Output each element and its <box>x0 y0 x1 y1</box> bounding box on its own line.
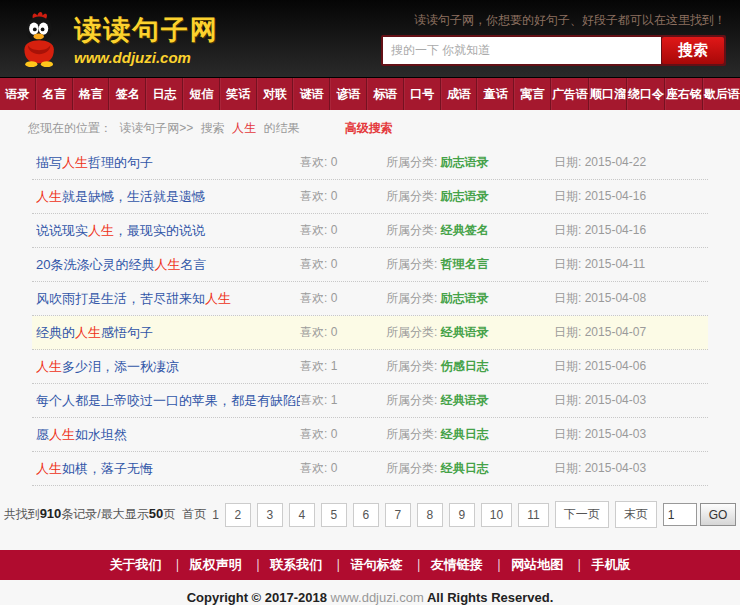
likes-count: 喜欢: 0 <box>300 426 386 443</box>
nav-item-yulu[interactable]: 语录 <box>0 78 36 110</box>
category-link[interactable]: 励志语录 <box>441 155 489 169</box>
category-link[interactable]: 哲理名言 <box>441 257 489 271</box>
page-button-6[interactable]: 6 <box>353 503 379 527</box>
site-url: www.ddjuzi.com <box>74 49 219 66</box>
pagination-last[interactable]: 末页 <box>615 501 657 528</box>
category-cell: 所属分类: 经典语录 <box>386 392 554 409</box>
page-button-2[interactable]: 2 <box>225 503 251 527</box>
footer-link-mobile[interactable]: 手机版 <box>567 557 631 572</box>
page-button-9[interactable]: 9 <box>449 503 475 527</box>
nav-item-yuyan[interactable]: 寓言 <box>514 78 551 110</box>
result-row-highlighted: 经典的人生感悟句子 喜欢: 0 所属分类: 经典语录 日期: 2015-04-0… <box>32 316 708 350</box>
category-cell: 所属分类: 经典日志 <box>386 426 554 443</box>
nav-item-biaoyu[interactable]: 标语 <box>367 78 404 110</box>
result-title-link[interactable]: 人生多少泪，添一秋凄凉 <box>36 358 300 376</box>
copyright-line: Copyright © 2017-2018 www.ddjuzi.com All… <box>0 580 740 605</box>
footer-link-tags[interactable]: 语句标签 <box>326 557 403 572</box>
category-link[interactable]: 伤感日志 <box>441 359 489 373</box>
category-link[interactable]: 经典语录 <box>441 393 489 407</box>
site-tagline: 读读句子网，你想要的好句子、好段子都可以在这里找到！ <box>414 12 726 29</box>
pagination: 共找到910条记录/最大显示50页 首页 1 2 3 4 5 6 7 8 9 1… <box>0 486 740 544</box>
breadcrumb-action: 搜索 <box>201 121 225 135</box>
result-title-link[interactable]: 人生就是缺憾，生活就是遗憾 <box>36 188 300 206</box>
category-cell: 所属分类: 经典签名 <box>386 222 554 239</box>
nav-item-geyan[interactable]: 格言 <box>73 78 110 110</box>
nav-item-duanxin[interactable]: 短信 <box>183 78 220 110</box>
footer-link-contact[interactable]: 联系我们 <box>245 557 322 572</box>
page-button-11[interactable]: 11 <box>518 503 548 527</box>
main-nav: 语录 名言 格言 签名 日志 短信 笑话 对联 谜语 谚语 标语 口号 成语 童… <box>0 78 740 110</box>
title-text: 名言 <box>180 257 206 272</box>
header-right: 读读句子网，你想要的好句子、好段子都可以在这里找到！ 搜索 <box>381 12 726 66</box>
nav-item-mingyan[interactable]: 名言 <box>36 78 73 110</box>
nav-item-kouhao[interactable]: 口号 <box>404 78 441 110</box>
nav-item-xiaohua[interactable]: 笑话 <box>220 78 257 110</box>
nav-item-zuoyouming[interactable]: 座右铭 <box>665 78 703 110</box>
category-link[interactable]: 励志语录 <box>441 291 489 305</box>
breadcrumb-site-link[interactable]: 读读句子网>> <box>119 121 193 135</box>
footer-link-friends[interactable]: 友情链接 <box>406 557 483 572</box>
goto-page-input[interactable] <box>663 503 697 526</box>
footer-link-copyright[interactable]: 版权声明 <box>165 557 242 572</box>
nav-item-guanggaoyu[interactable]: 广告语 <box>551 78 589 110</box>
page-button-8[interactable]: 8 <box>417 503 443 527</box>
breadcrumb-keyword: 人生 <box>232 121 256 135</box>
category-link[interactable]: 经典日志 <box>441 461 489 475</box>
result-title-link[interactable]: 愿人生如水坦然 <box>36 426 300 444</box>
footer-link-about[interactable]: 关于我们 <box>109 557 161 572</box>
search-input[interactable] <box>383 37 661 64</box>
breadcrumb-prefix: 您现在的位置： <box>28 121 112 135</box>
page-button-4[interactable]: 4 <box>289 503 315 527</box>
result-title-link[interactable]: 描写人生哲理的句子 <box>36 154 300 172</box>
page-button-10[interactable]: 10 <box>481 503 512 527</box>
result-title-link[interactable]: 经典的人生感悟句子 <box>36 324 300 342</box>
likes-count: 喜欢: 0 <box>300 154 386 171</box>
result-title-link[interactable]: 说说现实人生，最现实的说说 <box>36 222 300 240</box>
likes-count: 喜欢: 0 <box>300 324 386 341</box>
category-cell: 所属分类: 励志语录 <box>386 154 554 171</box>
goto-page-button[interactable]: GO <box>700 503 737 526</box>
nav-item-miyu[interactable]: 谜语 <box>293 78 330 110</box>
date-value: 日期: 2015-04-03 <box>554 426 704 443</box>
page-button-7[interactable]: 7 <box>385 503 411 527</box>
category-link[interactable]: 经典签名 <box>441 223 489 237</box>
pagination-first[interactable]: 首页 <box>182 506 206 523</box>
title-text: 风吹雨打是生活，苦尽甜来知 <box>36 291 205 306</box>
result-title-link[interactable]: 每个人都是上帝咬过一口的苹果，都是有缺陷的！ <box>36 392 300 410</box>
title-text: 就是缺憾，生活就是遗憾 <box>62 189 205 204</box>
nav-item-shunkouliu[interactable]: 顺口溜 <box>589 78 627 110</box>
result-title-link[interactable]: 20条洗涤心灵的经典人生名言 <box>36 256 300 274</box>
page-button-3[interactable]: 3 <box>257 503 283 527</box>
pagination-next[interactable]: 下一页 <box>555 501 609 528</box>
nav-item-rizhi[interactable]: 日志 <box>146 78 183 110</box>
nav-item-chengyu[interactable]: 成语 <box>441 78 478 110</box>
title-text: 每个人都是上帝咬过一口的苹果，都是有缺陷的！ <box>36 393 300 408</box>
result-title-link[interactable]: 人生如棋，落子无悔 <box>36 460 300 478</box>
result-row: 20条洗涤心灵的经典人生名言 喜欢: 0 所属分类: 哲理名言 日期: 2015… <box>32 248 708 282</box>
likes-count: 喜欢: 0 <box>300 222 386 239</box>
nav-item-yanyu[interactable]: 谚语 <box>330 78 367 110</box>
category-cell: 所属分类: 哲理名言 <box>386 256 554 273</box>
category-link[interactable]: 经典日志 <box>441 427 489 441</box>
category-cell: 所属分类: 励志语录 <box>386 188 554 205</box>
result-title-link[interactable]: 风吹雨打是生活，苦尽甜来知人生 <box>36 290 300 308</box>
search-button[interactable]: 搜索 <box>662 37 724 64</box>
result-row: 人生就是缺憾，生活就是遗憾 喜欢: 0 所属分类: 励志语录 日期: 2015-… <box>32 180 708 214</box>
title-text: 哲理的句子 <box>88 155 153 170</box>
category-cell: 所属分类: 励志语录 <box>386 290 554 307</box>
date-value: 日期: 2015-04-16 <box>554 188 704 205</box>
advanced-search-link[interactable]: 高级搜索 <box>345 121 393 135</box>
nav-item-qianming[interactable]: 签名 <box>109 78 146 110</box>
page-button-5[interactable]: 5 <box>321 503 347 527</box>
site-logo[interactable]: 读读句子网 www.ddjuzi.com <box>14 10 219 68</box>
nav-item-tonghua[interactable]: 童话 <box>477 78 514 110</box>
nav-item-xiehouyu[interactable]: 歇后语 <box>703 78 740 110</box>
nav-item-raokouling[interactable]: 绕口令 <box>627 78 665 110</box>
footer-link-sitemap[interactable]: 网站地图 <box>486 557 563 572</box>
category-link[interactable]: 励志语录 <box>441 189 489 203</box>
title-text: ，最现实的说说 <box>114 223 205 238</box>
category-link[interactable]: 经典语录 <box>441 325 489 339</box>
title-keyword: 人生 <box>88 223 114 238</box>
likes-count: 喜欢: 0 <box>300 290 386 307</box>
nav-item-duilian[interactable]: 对联 <box>257 78 294 110</box>
